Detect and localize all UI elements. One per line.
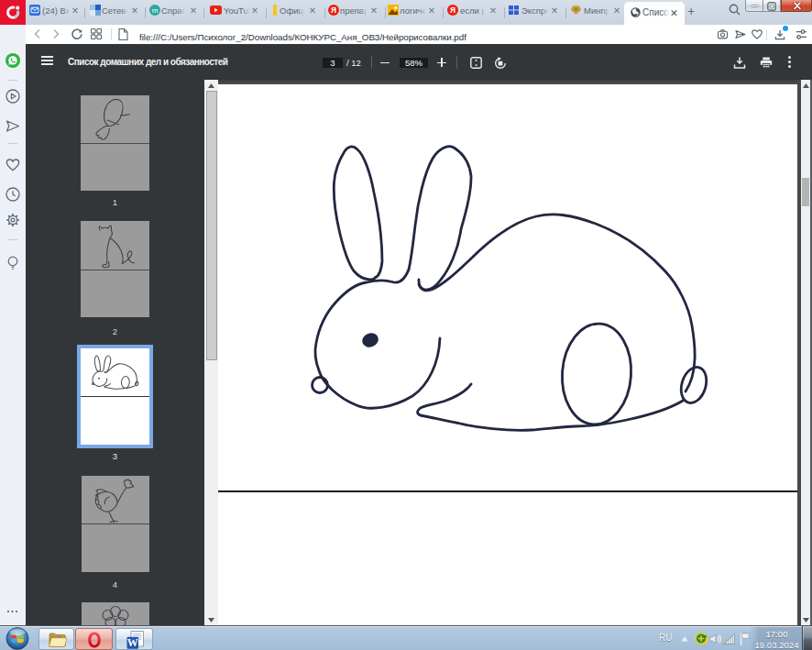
svg-text:Я: Я (331, 6, 336, 15)
svg-text:m: m (152, 6, 159, 15)
svg-text:Я: Я (450, 6, 455, 15)
svg-text:W: W (127, 636, 138, 649)
